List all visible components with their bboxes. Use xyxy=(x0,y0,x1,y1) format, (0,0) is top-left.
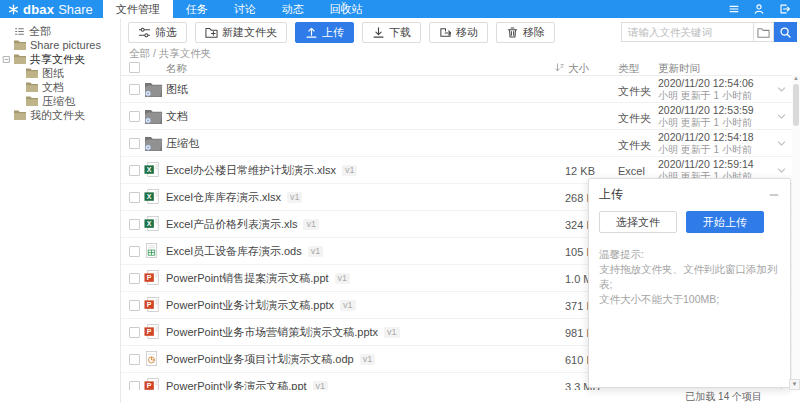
file-name[interactable]: Excel产品价格列表演示.xls xyxy=(166,217,297,232)
row-checkbox[interactable] xyxy=(129,273,140,284)
search-area xyxy=(621,22,797,42)
sort-desc-icon[interactable] xyxy=(554,62,565,73)
file-name[interactable]: Excel员工设备库存演示.ods xyxy=(166,244,302,259)
row-checkbox[interactable] xyxy=(129,219,140,230)
file-name[interactable]: 图纸 xyxy=(166,82,188,97)
header-type[interactable]: 类型 xyxy=(618,62,639,76)
sidebar-item-my-folder[interactable]: 我的文件夹 xyxy=(0,108,120,122)
file-name[interactable]: PowerPoint销售提案演示文稿.ppt xyxy=(166,271,329,286)
search-input[interactable] xyxy=(621,22,753,42)
excel-icon: X xyxy=(144,216,159,231)
sidebar-item-archives[interactable]: 压缩包 xyxy=(0,94,120,108)
tab-file-manager[interactable]: 文件管理 xyxy=(103,0,173,18)
collapse-icon[interactable] xyxy=(2,55,13,64)
topbar: dbaxShare 文件管理任务讨论动态回收站 × xyxy=(0,0,800,18)
header-name[interactable]: 名称 xyxy=(166,62,187,76)
download-button[interactable]: 下载 xyxy=(362,22,421,43)
user-icon[interactable] xyxy=(753,3,765,15)
list-icon xyxy=(14,26,25,37)
row-checkbox[interactable] xyxy=(129,381,140,390)
toolbar: 筛选新建文件夹上传下载移动移除 xyxy=(121,18,800,47)
version-badge: v1 xyxy=(313,381,329,391)
file-name[interactable]: PowerPoint业务计划演示文稿.pptx xyxy=(166,298,334,313)
menu-icon[interactable] xyxy=(728,3,740,15)
chevron-down-icon[interactable] xyxy=(776,165,787,176)
tab-discussion[interactable]: 讨论 xyxy=(221,0,269,18)
upload-button[interactable]: 上传 xyxy=(295,22,354,43)
ppt-icon: P xyxy=(144,297,159,312)
tab-recycle-bin[interactable]: 回收站 xyxy=(317,0,376,18)
sidebar-item-all[interactable]: 全部 xyxy=(0,24,120,38)
status-bar: 已加载 14 个项目 xyxy=(121,390,800,403)
file-name[interactable]: PowerPoint业务市场营销策划演示文稿.pptx xyxy=(166,325,378,340)
select-all-checkbox[interactable] xyxy=(129,62,140,73)
sidebar-item-drawings[interactable]: 图纸 xyxy=(0,66,120,80)
table-row[interactable]: 图纸文件夹2020/11/20 12:54:06小明 更新于 1 小时前 xyxy=(121,76,800,103)
search-button[interactable] xyxy=(774,22,797,42)
new-folder-button[interactable]: 新建文件夹 xyxy=(195,22,287,43)
tab-activity[interactable]: 动态 xyxy=(269,0,317,18)
row-checkbox[interactable] xyxy=(129,165,140,176)
upload-tips: 温馨提示: 支持拖放文件夹、文件到此窗口添加列表; 文件大小不能大于100MB; xyxy=(589,240,790,314)
vertical-scrollbar[interactable]: ▲ ▼ xyxy=(792,74,800,390)
sidebar-item-label: 我的文件夹 xyxy=(30,108,85,123)
filter-button[interactable]: 筛选 xyxy=(128,22,187,43)
start-upload-button[interactable]: 开始上传 xyxy=(686,211,764,233)
row-checkbox[interactable] xyxy=(129,246,140,257)
row-checkbox[interactable] xyxy=(129,84,140,95)
row-checkbox[interactable] xyxy=(129,138,140,149)
toolbar-button-label: 移除 xyxy=(523,25,545,40)
upload-icon xyxy=(305,26,318,39)
chevron-down-icon[interactable] xyxy=(776,84,787,95)
upload-dialog-header: 上传 xyxy=(589,179,790,208)
folder-big-icon xyxy=(144,135,163,151)
file-name[interactable]: Excel仓库库存演示.xlsx xyxy=(166,190,281,205)
file-name[interactable]: PowerPoint业务演示文稿.ppt xyxy=(166,379,307,391)
sidebar-item-documents[interactable]: 文档 xyxy=(0,80,120,94)
scroll-down-icon[interactable]: ▼ xyxy=(789,379,800,390)
file-name[interactable]: Excel办公楼日常维护计划演示.xlsx xyxy=(166,163,336,178)
row-checkbox[interactable] xyxy=(129,111,140,122)
row-checkbox[interactable] xyxy=(129,192,140,203)
filter-icon xyxy=(138,26,151,39)
chevron-down-icon[interactable] xyxy=(776,111,787,122)
logout-icon[interactable] xyxy=(778,3,790,15)
search-icon xyxy=(779,26,792,39)
file-type: 文件夹 xyxy=(618,111,651,126)
table-row[interactable]: 压缩包文件夹2020/11/20 12:54:18小明 更新于 1 小时前 xyxy=(121,130,800,157)
download-icon xyxy=(372,26,385,39)
toolbar-button-label: 下载 xyxy=(389,25,411,40)
scrollbar-thumb[interactable] xyxy=(793,84,799,126)
upload-dialog-title: 上传 xyxy=(599,186,623,203)
move-button[interactable]: 移动 xyxy=(429,22,488,43)
scroll-up-icon[interactable]: ▲ xyxy=(792,74,800,83)
sidebar-item-label: 共享文件夹 xyxy=(30,52,85,67)
row-checkbox[interactable] xyxy=(129,300,140,311)
header-size[interactable]: 大小 xyxy=(568,62,589,76)
logo-text-light: Share xyxy=(58,2,93,17)
file-size: 12 KB xyxy=(565,165,595,177)
minimize-icon[interactable] xyxy=(768,189,780,201)
row-checkbox[interactable] xyxy=(129,327,140,338)
tab-close-icon[interactable]: × xyxy=(341,0,346,9)
file-updated: 2020/11/20 12:54:18小明 更新于 1 小时前 xyxy=(658,132,754,155)
row-checkbox[interactable] xyxy=(129,354,140,365)
tab-tasks[interactable]: 任务 xyxy=(173,0,221,18)
file-name[interactable]: PowerPoint业务项目计划演示文稿.odp xyxy=(166,352,354,367)
app-logo[interactable]: dbaxShare xyxy=(0,2,99,17)
sidebar-item-label: 全部 xyxy=(29,24,51,39)
upload-tip-line: 支持拖放文件夹、文件到此窗口添加列表; xyxy=(599,262,780,292)
remove-button[interactable]: 移除 xyxy=(496,22,555,43)
folder-search-button[interactable] xyxy=(753,22,774,42)
file-name[interactable]: 压缩包 xyxy=(166,136,199,151)
header-updated[interactable]: 更新时间 xyxy=(658,62,700,76)
toolbar-button-label: 上传 xyxy=(322,25,344,40)
updated-time: 2020/11/20 12:59:14 xyxy=(658,159,754,171)
sidebar-item-share-pictures[interactable]: Share pictures xyxy=(0,38,120,52)
table-row[interactable]: 文档文件夹2020/11/20 12:53:59小明 更新于 1 小时前 xyxy=(121,103,800,130)
sidebar-item-shared-folder[interactable]: 共享文件夹 xyxy=(0,52,120,66)
chevron-down-icon[interactable] xyxy=(776,138,787,149)
select-file-button[interactable]: 选择文件 xyxy=(599,211,677,233)
breadcrumb[interactable]: 全部 / 共享文件夹 xyxy=(121,47,800,60)
file-name[interactable]: 文档 xyxy=(166,109,188,124)
